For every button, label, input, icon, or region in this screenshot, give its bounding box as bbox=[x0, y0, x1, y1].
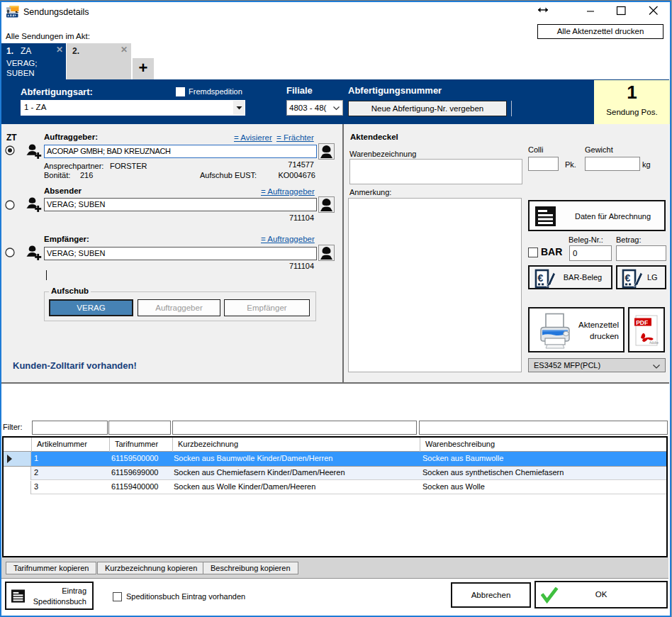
svg-text:Adobe: Adobe bbox=[649, 341, 659, 345]
svg-text:€: € bbox=[625, 272, 631, 284]
svg-text:PDF: PDF bbox=[636, 319, 648, 326]
svg-text:€: € bbox=[538, 272, 544, 284]
